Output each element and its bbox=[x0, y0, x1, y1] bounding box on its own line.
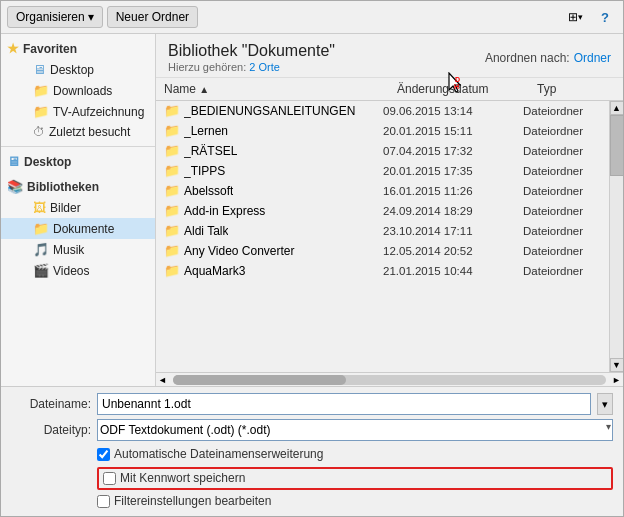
vscroll-down-button[interactable]: ▼ bbox=[610, 358, 624, 372]
downloads-label: Downloads bbox=[53, 84, 112, 98]
library-sub-count[interactable]: 2 Orte bbox=[249, 61, 280, 73]
toolbar: Organisieren ▾ Neuer Ordner ⊞ ▾ ? bbox=[1, 1, 623, 34]
file-col-name: 📁 _TIPPS bbox=[156, 162, 379, 179]
col-type-header[interactable]: Typ bbox=[533, 80, 623, 98]
music-label: Musik bbox=[53, 243, 84, 257]
filter-settings-label[interactable]: Filtereinstellungen bearbeiten bbox=[114, 494, 271, 510]
file-col-type: Dateiordner bbox=[519, 144, 609, 158]
file-col-name: 📁 Abelssoft bbox=[156, 182, 379, 199]
folder-icon: 📁 bbox=[164, 203, 180, 218]
file-col-date: 23.10.2014 17:11 bbox=[379, 224, 519, 238]
table-row[interactable]: 📁 Add-in Express 24.09.2014 18:29 Dateio… bbox=[156, 201, 609, 221]
music-icon: 🎵 bbox=[33, 242, 49, 257]
star-icon: ★ bbox=[7, 41, 19, 56]
folder-icon: 📁 bbox=[164, 263, 180, 278]
password-save-checkbox[interactable] bbox=[103, 472, 116, 485]
sidebar-item-images[interactable]: 🖼 Bilder bbox=[1, 197, 155, 218]
col-name-header[interactable]: Name ▲ bbox=[156, 80, 393, 98]
sidebar-item-videos[interactable]: 🎬 Videos bbox=[1, 260, 155, 281]
sidebar-item-music[interactable]: 🎵 Musik bbox=[1, 239, 155, 260]
file-col-date: 16.01.2015 11:26 bbox=[379, 184, 519, 198]
downloads-folder-icon: 📁 bbox=[33, 83, 49, 98]
table-row[interactable]: 📁 _TIPPS 20.01.2015 17:35 Dateiordner bbox=[156, 161, 609, 181]
file-col-date: 07.04.2015 17:32 bbox=[379, 144, 519, 158]
organize-label: Organisieren bbox=[16, 10, 85, 24]
file-col-date: 20.01.2015 17:35 bbox=[379, 164, 519, 178]
file-col-type: Dateiordner bbox=[519, 164, 609, 178]
vscroll-up-button[interactable]: ▲ bbox=[610, 101, 624, 115]
hscroll-track bbox=[173, 375, 606, 385]
bottom-form: Dateiname: ▾ Dateityp: ODF Textdokument … bbox=[1, 386, 623, 516]
filter-settings-checkbox[interactable] bbox=[97, 495, 110, 508]
file-table-header: Name ▲ Änderungsdatum D H bbox=[156, 78, 623, 101]
file-col-date: 20.01.2015 15:11 bbox=[379, 124, 519, 138]
help-button[interactable]: ? bbox=[593, 5, 617, 29]
vscroll-track bbox=[610, 115, 624, 358]
sidebar-libraries-section: 📚 Bibliotheken 🖼 Bilder 📁 Dokumente 🎵 Mu… bbox=[1, 176, 155, 281]
table-row[interactable]: 📁 _RÄTSEL 07.04.2015 17:32 Dateiordner bbox=[156, 141, 609, 161]
view-button[interactable]: ⊞ ▾ bbox=[563, 5, 587, 29]
new-folder-button[interactable]: Neuer Ordner bbox=[107, 6, 198, 28]
file-area-header: Bibliothek "Dokumente" Hierzu gehören: 2… bbox=[156, 34, 623, 78]
organize-button[interactable]: Organisieren ▾ bbox=[7, 6, 103, 28]
sidebar-desktop-section: 🖥 Desktop bbox=[1, 151, 155, 172]
sidebar-item-tv[interactable]: 📁 TV-Aufzeichnung bbox=[1, 101, 155, 122]
sidebar-item-downloads[interactable]: 📁 Downloads bbox=[1, 80, 155, 101]
file-col-type: Dateiordner bbox=[519, 244, 609, 258]
images-icon: 🖼 bbox=[33, 200, 46, 215]
table-row[interactable]: 📁 _BEDIENUNGSANLEITUNGEN 09.06.2015 13:1… bbox=[156, 101, 609, 121]
file-list: 📁 _BEDIENUNGSANLEITUNGEN 09.06.2015 13:1… bbox=[156, 101, 609, 372]
sidebar-libraries-header[interactable]: 📚 Bibliotheken bbox=[1, 176, 155, 197]
file-name: _BEDIENUNGSANLEITUNGEN bbox=[184, 104, 355, 118]
table-row[interactable]: 📁 Abelssoft 16.01.2015 11:26 Dateiordner bbox=[156, 181, 609, 201]
organize-chevron-icon: ▾ bbox=[88, 10, 94, 24]
file-name: AquaMark3 bbox=[184, 264, 245, 278]
filetype-select-wrap: ODF Textdokument (.odt) (*.odt)Word 2007… bbox=[97, 419, 613, 441]
recent-label: Zuletzt besucht bbox=[49, 125, 130, 139]
folder-icon: 📁 bbox=[164, 103, 180, 118]
filename-input[interactable] bbox=[97, 393, 591, 415]
filetype-select[interactable]: ODF Textdokument (.odt) (*.odt)Word 2007… bbox=[97, 419, 613, 441]
table-row[interactable]: 📁 Any Video Converter 12.05.2014 20:52 D… bbox=[156, 241, 609, 261]
library-subtitle: Hierzu gehören: 2 Orte bbox=[168, 61, 335, 73]
clock-icon: ⏱ bbox=[33, 125, 45, 139]
sort-value[interactable]: Ordner bbox=[574, 51, 611, 65]
folder-icon: 📁 bbox=[164, 183, 180, 198]
filename-row: Dateiname: ▾ bbox=[11, 393, 613, 415]
new-folder-label: Neuer Ordner bbox=[116, 10, 189, 24]
hscroll-thumb[interactable] bbox=[173, 375, 346, 385]
main-area: ★ Favoriten 🖥 Desktop 📁 Downloads 📁 TV-A… bbox=[1, 34, 623, 386]
sort-label: Anordnen nach: bbox=[485, 51, 570, 65]
file-name: Any Video Converter bbox=[184, 244, 295, 258]
sidebar-favorites-header[interactable]: ★ Favoriten bbox=[1, 38, 155, 59]
hscroll-left-btn[interactable]: ◄ bbox=[156, 375, 169, 385]
col-type-label: Typ bbox=[537, 82, 556, 96]
folder-icon: 📁 bbox=[164, 123, 180, 138]
vscroll-thumb[interactable] bbox=[610, 115, 624, 176]
filename-dropdown-icon[interactable]: ▾ bbox=[597, 393, 613, 415]
hscroll-right-btn[interactable]: ► bbox=[610, 375, 623, 385]
file-name: Abelssoft bbox=[184, 184, 233, 198]
favorites-label: Favoriten bbox=[23, 42, 77, 56]
table-row[interactable]: 📁 AquaMark3 21.01.2015 10:44 Dateiordner bbox=[156, 261, 609, 281]
folder-icon: 📁 bbox=[164, 143, 180, 158]
sidebar-item-docs[interactable]: 📁 Dokumente bbox=[1, 218, 155, 239]
folder-icon: 📁 bbox=[164, 163, 180, 178]
password-save-label[interactable]: Mit Kennwort speichern bbox=[120, 471, 245, 487]
file-col-date: 24.09.2014 18:29 bbox=[379, 204, 519, 218]
col-date-header[interactable]: Änderungsdatum D H bbox=[393, 80, 533, 98]
filename-label: Dateiname: bbox=[11, 397, 91, 411]
sidebar-item-recent[interactable]: ⏱ Zuletzt besucht bbox=[1, 122, 155, 142]
tv-folder-icon: 📁 bbox=[33, 104, 49, 119]
table-row[interactable]: 📁 _Lernen 20.01.2015 15:11 Dateiordner bbox=[156, 121, 609, 141]
sidebar-item-desktop[interactable]: 🖥 Desktop bbox=[1, 59, 155, 80]
file-col-type: Dateiordner bbox=[519, 224, 609, 238]
file-col-name: 📁 AquaMark3 bbox=[156, 262, 379, 279]
table-row[interactable]: 📁 Aldi Talk 23.10.2014 17:11 Dateiordner bbox=[156, 221, 609, 241]
libraries-icon: 📚 bbox=[7, 179, 23, 194]
filetype-label: Dateityp: bbox=[11, 423, 91, 437]
file-col-date: 21.01.2015 10:44 bbox=[379, 264, 519, 278]
sidebar-desktop2-header[interactable]: 🖥 Desktop bbox=[1, 151, 155, 172]
auto-extension-label[interactable]: Automatische Dateinamenserweiterung bbox=[114, 447, 323, 463]
auto-extension-checkbox[interactable] bbox=[97, 448, 110, 461]
